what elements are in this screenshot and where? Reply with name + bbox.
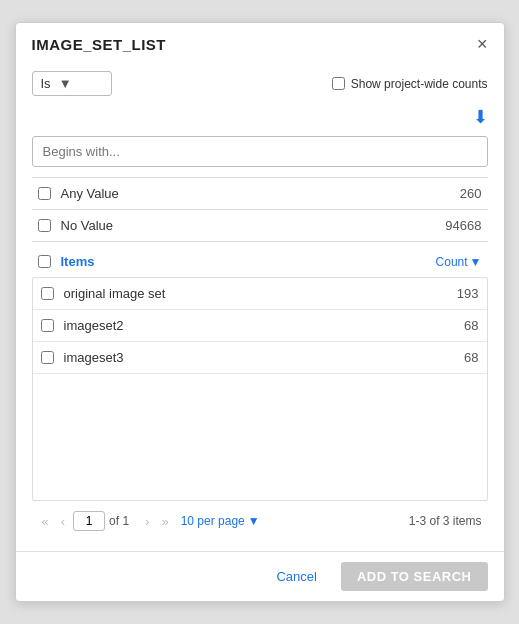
table-row: imageset2 68 xyxy=(33,310,487,342)
filter-row: Is ▼ Show project-wide counts xyxy=(32,71,488,96)
operator-select[interactable]: Is ▼ xyxy=(32,71,112,96)
per-page-arrow: ▼ xyxy=(248,514,260,528)
show-project-wide-label: Show project-wide counts xyxy=(351,77,488,91)
table-row: imageset3 68 xyxy=(33,342,487,374)
no-value-checkbox[interactable] xyxy=(38,219,51,232)
dialog-header: IMAGE_SET_LIST × xyxy=(16,23,504,61)
count-sort-button[interactable]: Count ▼ xyxy=(436,255,482,269)
prev-page-button[interactable]: ‹ xyxy=(57,512,69,531)
show-project-wide-row: Show project-wide counts xyxy=(332,77,488,91)
dialog: IMAGE_SET_LIST × Is ▼ Show project-wide … xyxy=(15,22,505,602)
item-count-2: 68 xyxy=(464,350,478,365)
operator-label: Is xyxy=(41,76,51,91)
page-of-label: of 1 xyxy=(109,514,129,528)
item-checkbox-2[interactable] xyxy=(41,351,54,364)
add-to-search-button[interactable]: ADD TO SEARCH xyxy=(341,562,488,591)
items-header-label: Items xyxy=(61,254,436,269)
any-value-label: Any Value xyxy=(61,186,460,201)
show-project-wide-checkbox[interactable] xyxy=(332,77,345,90)
operator-arrow: ▼ xyxy=(59,76,72,91)
items-table: original image set 193 imageset2 68 imag… xyxy=(32,277,488,501)
items-range-label: 1-3 of 3 items xyxy=(409,514,482,528)
pagination-row: « ‹ of 1 › » 10 per page ▼ 1-3 of 3 item… xyxy=(32,501,488,541)
table-row: original image set 193 xyxy=(33,278,487,310)
item-checkbox-0[interactable] xyxy=(41,287,54,300)
item-checkbox-1[interactable] xyxy=(41,319,54,332)
any-no-value-section: Any Value 260 No Value 94668 xyxy=(32,177,488,242)
item-name-2: imageset3 xyxy=(64,350,465,365)
dialog-title: IMAGE_SET_LIST xyxy=(32,36,167,53)
item-count-0: 193 xyxy=(457,286,479,301)
no-value-count: 94668 xyxy=(445,218,481,233)
count-sort-arrow: ▼ xyxy=(470,255,482,269)
any-value-row: Any Value 260 xyxy=(32,178,488,210)
last-page-button[interactable]: » xyxy=(157,512,172,531)
count-sort-label: Count xyxy=(436,255,468,269)
per-page-label: 10 per page xyxy=(181,514,245,528)
items-header-row: Items Count ▼ xyxy=(32,246,488,277)
no-value-row: No Value 94668 xyxy=(32,210,488,242)
dialog-body: Is ▼ Show project-wide counts ⬇ Any Valu… xyxy=(16,61,504,551)
cancel-button[interactable]: Cancel xyxy=(264,563,328,590)
item-name-1: imageset2 xyxy=(64,318,465,333)
close-button[interactable]: × xyxy=(477,35,488,53)
download-icon[interactable]: ⬇ xyxy=(473,106,488,128)
dialog-footer: Cancel ADD TO SEARCH xyxy=(16,551,504,601)
items-all-checkbox[interactable] xyxy=(38,255,51,268)
item-name-0: original image set xyxy=(64,286,457,301)
download-icon-row: ⬇ xyxy=(32,106,488,128)
any-value-checkbox[interactable] xyxy=(38,187,51,200)
per-page-select[interactable]: 10 per page ▼ xyxy=(181,514,260,528)
search-input[interactable] xyxy=(32,136,488,167)
item-count-1: 68 xyxy=(464,318,478,333)
page-number-input[interactable] xyxy=(73,511,105,531)
no-value-label: No Value xyxy=(61,218,446,233)
any-value-count: 260 xyxy=(460,186,482,201)
next-page-button[interactable]: › xyxy=(141,512,153,531)
first-page-button[interactable]: « xyxy=(38,512,53,531)
